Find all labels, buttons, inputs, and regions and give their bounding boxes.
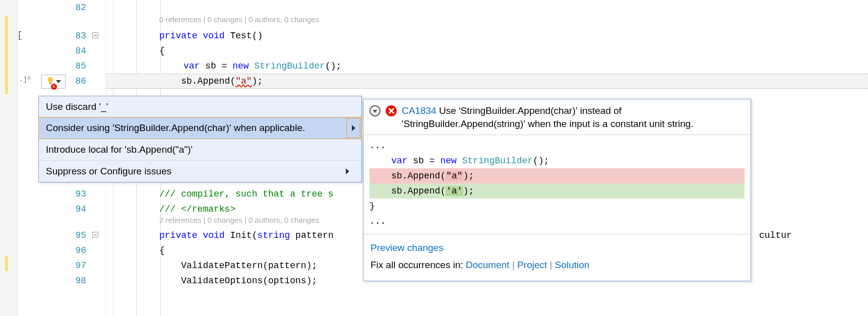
- quick-action-append-char[interactable]: Consider using 'StringBuilder.Append(cha…: [38, 117, 362, 139]
- fix-solution-link[interactable]: Solution: [555, 260, 590, 270]
- selection-margin: [0, 0, 18, 316]
- collapse-marker: [: [17, 30, 23, 40]
- preview-header: CA1834 Use 'StringBuilder.Append(char)' …: [363, 99, 751, 135]
- submenu-indicator[interactable]: [346, 118, 360, 138]
- code-line[interactable]: private void Test(): [159, 28, 263, 43]
- quick-actions-menu[interactable]: Use discard '_' Consider using 'StringBu…: [38, 96, 362, 182]
- line-number: 95: [75, 228, 88, 243]
- diff-context: }: [369, 199, 745, 214]
- chevron-down-icon: [56, 80, 61, 83]
- quick-actions-lightbulb[interactable]: ✕: [41, 75, 66, 89]
- rule-id[interactable]: CA1834: [402, 105, 437, 116]
- line-number: 97: [75, 258, 88, 273]
- change-indicator: [5, 16, 8, 94]
- chevron-right-icon: [352, 125, 355, 131]
- fix-document-link[interactable]: Document: [466, 260, 510, 270]
- line-number: 82: [75, 0, 88, 15]
- menu-item-label: Introduce local for 'sb.Append("a")': [46, 144, 193, 155]
- diff-ellipsis: ...: [369, 138, 745, 153]
- quick-action-introduce-local[interactable]: Introduce local for 'sb.Append("a")': [39, 139, 361, 160]
- code-line[interactable]: {: [159, 243, 165, 258]
- diff-removed-line: sb.Append("a");: [369, 168, 745, 183]
- code-line[interactable]: ValidatePattern(pattern);: [159, 258, 317, 273]
- code-line[interactable]: /// </remarks>: [159, 202, 235, 217]
- chevron-right-icon: [346, 168, 349, 174]
- code-line[interactable]: /// compiler, such that a tree s: [159, 186, 334, 202]
- codelens[interactable]: 0 references | 0 changes | 0 authors, 0 …: [159, 15, 319, 24]
- line-number: 98: [75, 273, 88, 288]
- menu-item-label: Suppress or Configure issues: [46, 166, 171, 177]
- diff-added-line: sb.Append('a');: [369, 183, 745, 199]
- code-line[interactable]: sb.Append("a");: [159, 74, 263, 89]
- diff-context: var sb = new StringBuilder();: [369, 153, 745, 168]
- svg-rect-0: [49, 83, 52, 84]
- preview-changes-link[interactable]: Preview changes: [370, 242, 444, 253]
- line-number: 86: [75, 74, 88, 89]
- rule-message: Use 'StringBuilder.Append(char)' instead…: [402, 105, 694, 129]
- collapse-button[interactable]: [369, 105, 381, 116]
- fix-preview-panel: CA1834 Use 'StringBuilder.Append(char)' …: [363, 99, 751, 281]
- code-line[interactable]: private void Init(string pattern: [159, 228, 334, 243]
- line-number: 85: [75, 58, 88, 74]
- diff-ellipsis: ...: [369, 214, 745, 229]
- code-line[interactable]: var sb = new StringBuilder();: [183, 58, 341, 74]
- fold-toggle[interactable]: [92, 32, 98, 38]
- fix-project-link[interactable]: Project: [517, 260, 547, 270]
- fold-toggle[interactable]: [92, 232, 98, 238]
- error-badge-icon: ✕: [51, 84, 57, 90]
- line-number: 93: [75, 186, 88, 202]
- change-indicator: [5, 256, 8, 271]
- menu-item-label: Use discard '_': [46, 101, 108, 112]
- codelens[interactable]: 2 references | 0 changes | 0 authors, 0 …: [159, 216, 319, 224]
- line-number: 94: [75, 202, 88, 217]
- error-icon: [386, 105, 397, 116]
- line-number: 83: [75, 28, 88, 43]
- menu-item-label: Consider using 'StringBuilder.Append(cha…: [46, 122, 305, 134]
- line-number: 96: [75, 243, 88, 258]
- code-line[interactable]: cultur: [759, 228, 792, 243]
- quick-action-suppress-configure[interactable]: Suppress or Configure issues: [39, 160, 361, 182]
- margin-glyph-text: .]^: [19, 76, 31, 83]
- line-number: 84: [75, 43, 88, 58]
- quick-action-use-discard[interactable]: Use discard '_': [39, 96, 361, 117]
- submenu-indicator: [340, 168, 354, 174]
- code-line[interactable]: {: [159, 43, 165, 58]
- code-line[interactable]: ValidateOptions(options);: [159, 273, 317, 288]
- preview-diff: ... var sb = new StringBuilder(); sb.App…: [363, 135, 751, 234]
- fix-all-label: Fix all occurrences in:: [370, 260, 466, 270]
- preview-footer: Preview changes Fix all occurrences in: …: [363, 234, 751, 281]
- preview-title: CA1834 Use 'StringBuilder.Append(char)' …: [402, 104, 743, 131]
